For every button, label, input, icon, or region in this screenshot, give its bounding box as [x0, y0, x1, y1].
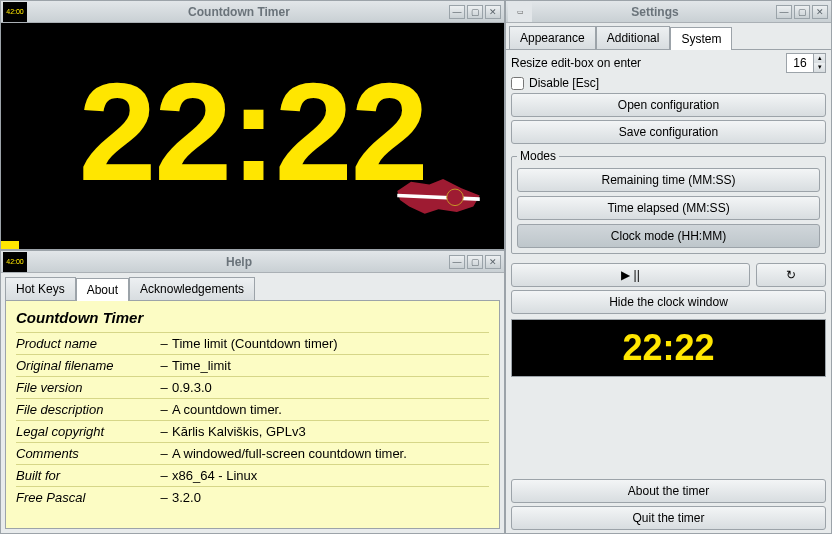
about-row: Original filename–Time_limit [16, 354, 489, 376]
about-field-label: File description [16, 402, 156, 417]
modes-legend: Modes [517, 149, 559, 163]
about-row: Free Pascal–3.2.0 [16, 486, 489, 508]
about-heading: Countdown Timer [16, 309, 489, 326]
mode-clock-button[interactable]: Clock mode (HH:MM) [517, 224, 820, 248]
preview-display: 22:22 [511, 319, 826, 377]
about-field-label: File version [16, 380, 156, 395]
maximize-button[interactable]: ▢ [467, 5, 483, 19]
resize-input[interactable] [787, 54, 813, 72]
maximize-button[interactable]: ▢ [467, 255, 483, 269]
about-field-value: Kārlis Kalviškis, GPLv3 [172, 424, 489, 439]
about-row: Comments–A windowed/full-screen countdow… [16, 442, 489, 464]
app-icon: 42:00 [3, 2, 27, 22]
quit-timer-button[interactable]: Quit the timer [511, 506, 826, 530]
about-row: File description–A countdown timer. [16, 398, 489, 420]
tab-hotkeys[interactable]: Hot Keys [5, 277, 76, 300]
titlebar[interactable]: ▭ Settings — ▢ ✕ [506, 1, 831, 23]
about-field-value: Time_limit [172, 358, 489, 373]
about-field-label: Legal copyright [16, 424, 156, 439]
about-row: Legal copyright–Kārlis Kalviškis, GPLv3 [16, 420, 489, 442]
settings-tabs: Appearance Additional System [509, 26, 828, 49]
tab-acknowledgements[interactable]: Acknowledgements [129, 277, 255, 300]
about-field-value: 3.2.0 [172, 490, 489, 505]
resize-spinbox[interactable]: ▴ ▾ [786, 53, 826, 73]
close-button[interactable]: ✕ [812, 5, 828, 19]
modes-group: Modes Remaining time (MM:SS) Time elapse… [511, 149, 826, 254]
timer-digits: 22:22 [78, 51, 426, 213]
tab-system[interactable]: System [670, 27, 732, 50]
about-field-value: A countdown timer. [172, 402, 489, 417]
about-field-value: x86_64 - Linux [172, 468, 489, 483]
tab-appearance[interactable]: Appearance [509, 26, 596, 49]
close-button[interactable]: ✕ [485, 255, 501, 269]
progress-fill [1, 241, 19, 249]
about-field-label: Original filename [16, 358, 156, 373]
about-row: File version–0.9.3.0 [16, 376, 489, 398]
about-pane: Countdown Timer Product name–Time limit … [6, 301, 499, 528]
minimize-button[interactable]: — [449, 5, 465, 19]
help-window: 42:00 Help — ▢ ✕ Hot Keys About Acknowle… [0, 250, 505, 534]
resize-label: Resize edit-box on enter [511, 56, 782, 70]
about-field-label: Product name [16, 336, 156, 351]
about-field-label: Comments [16, 446, 156, 461]
mode-elapsed-button[interactable]: Time elapsed (MM:SS) [517, 196, 820, 220]
tab-additional[interactable]: Additional [596, 26, 671, 49]
play-pause-button[interactable]: ▶ || [511, 263, 750, 287]
titlebar[interactable]: 42:00 Countdown Timer — ▢ ✕ [1, 1, 504, 23]
window-title: Help [29, 255, 449, 269]
preview-digits: 22:22 [622, 327, 714, 369]
settings-window: ▭ Settings — ▢ ✕ Appearance Additional S… [505, 0, 832, 534]
reload-button[interactable]: ↻ [756, 263, 826, 287]
close-button[interactable]: ✕ [485, 5, 501, 19]
about-row: Built for–x86_64 - Linux [16, 464, 489, 486]
about-timer-button[interactable]: About the timer [511, 479, 826, 503]
timer-display-area: 22:22 [1, 23, 504, 241]
countdown-timer-window: 42:00 Countdown Timer — ▢ ✕ 22:22 [0, 0, 505, 250]
about-field-value: Time limit (Countdown timer) [172, 336, 489, 351]
spin-down-icon[interactable]: ▾ [813, 63, 825, 72]
about-field-value: 0.9.3.0 [172, 380, 489, 395]
window-title: Countdown Timer [29, 5, 449, 19]
latvia-flag-icon [391, 168, 486, 223]
minimize-button[interactable]: — [776, 5, 792, 19]
disable-esc-label: Disable [Esc] [529, 76, 599, 90]
help-tab-body: Countdown Timer Product name–Time limit … [5, 300, 500, 529]
about-field-label: Built for [16, 468, 156, 483]
titlebar[interactable]: 42:00 Help — ▢ ✕ [1, 251, 504, 273]
about-field-label: Free Pascal [16, 490, 156, 505]
svg-point-0 [447, 189, 464, 206]
app-icon: 42:00 [3, 252, 27, 272]
tab-about[interactable]: About [76, 278, 129, 301]
mode-remaining-button[interactable]: Remaining time (MM:SS) [517, 168, 820, 192]
window-title: Settings [534, 5, 776, 19]
minimize-button[interactable]: — [449, 255, 465, 269]
app-icon: ▭ [508, 2, 532, 22]
progress-bar [1, 241, 504, 249]
hide-clock-button[interactable]: Hide the clock window [511, 290, 826, 314]
disable-esc-checkbox[interactable]: Disable [Esc] [511, 76, 826, 90]
disable-esc-input[interactable] [511, 77, 524, 90]
spin-up-icon[interactable]: ▴ [813, 54, 825, 63]
settings-body: Resize edit-box on enter ▴ ▾ Disable [Es… [506, 49, 831, 533]
open-configuration-button[interactable]: Open configuration [511, 93, 826, 117]
maximize-button[interactable]: ▢ [794, 5, 810, 19]
help-tabs: Hot Keys About Acknowledgements [5, 277, 500, 300]
about-field-value: A windowed/full-screen countdown timer. [172, 446, 489, 461]
save-configuration-button[interactable]: Save configuration [511, 120, 826, 144]
about-row: Product name–Time limit (Countdown timer… [16, 332, 489, 354]
